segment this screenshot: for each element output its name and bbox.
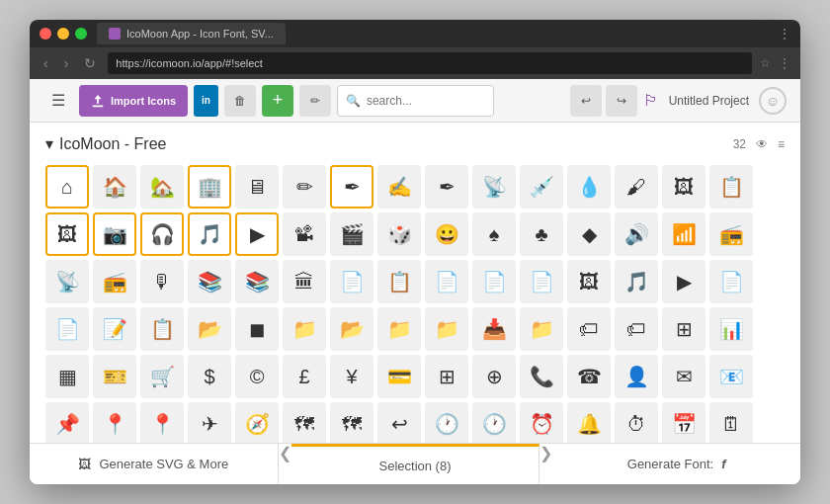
- hamburger-button[interactable]: ☰: [43, 85, 73, 117]
- icon-cell[interactable]: 🖌: [615, 165, 658, 209]
- collapse-chevron[interactable]: ▾: [45, 134, 53, 153]
- menu-icon[interactable]: ⋮: [779, 56, 790, 70]
- icon-cell[interactable]: ¥: [330, 355, 374, 398]
- icon-cell[interactable]: 🗺: [330, 402, 374, 443]
- view-icon[interactable]: 👁: [756, 137, 768, 151]
- icon-cell[interactable]: ✏: [283, 165, 326, 209]
- icon-cell[interactable]: ↩: [377, 402, 421, 443]
- linkedin-button[interactable]: in: [194, 85, 218, 117]
- icon-cell[interactable]: ⌂: [45, 165, 89, 209]
- icon-cell[interactable]: 📌: [45, 402, 89, 443]
- icon-cell[interactable]: 📷: [93, 212, 136, 256]
- icon-cell[interactable]: 🔊: [615, 212, 658, 256]
- icon-cell[interactable]: ✒: [330, 165, 374, 209]
- icon-cell[interactable]: 📋: [709, 165, 753, 209]
- icon-cell[interactable]: 📍: [140, 402, 184, 443]
- icon-cell[interactable]: 📄: [330, 260, 374, 303]
- generate-svg-section[interactable]: 🖼 Generate SVG & More: [30, 444, 279, 484]
- import-button[interactable]: Import Icons: [79, 85, 188, 117]
- icon-cell[interactable]: ©: [235, 355, 279, 398]
- icon-cell[interactable]: ⊕: [472, 355, 516, 398]
- icon-cell[interactable]: 📶: [662, 212, 706, 256]
- icon-cell[interactable]: 📡: [45, 260, 89, 303]
- icon-cell[interactable]: ▶: [662, 260, 706, 303]
- icon-cell[interactable]: ⊞: [662, 307, 706, 351]
- icon-cell[interactable]: 🎙: [140, 260, 184, 303]
- icon-cell[interactable]: 📄: [709, 260, 753, 303]
- icon-cell[interactable]: 📁: [283, 307, 326, 351]
- icon-cell[interactable]: ◼: [235, 307, 279, 351]
- settings-icon[interactable]: ⋮: [779, 27, 790, 41]
- icon-cell[interactable]: 💉: [520, 165, 563, 209]
- icon-cell[interactable]: ◆: [567, 212, 611, 256]
- icon-cell[interactable]: 🏢: [188, 165, 231, 209]
- delete-button[interactable]: 🗑: [224, 85, 256, 117]
- icon-cell[interactable]: 🗓: [709, 402, 753, 443]
- icon-cell[interactable]: 📻: [709, 212, 753, 256]
- icon-cell[interactable]: 📡: [472, 165, 516, 209]
- icon-cell[interactable]: 💧: [567, 165, 611, 209]
- icon-cell[interactable]: 🖼: [662, 165, 706, 209]
- icon-cell[interactable]: 🕐: [472, 402, 516, 443]
- icon-cell[interactable]: 📚: [235, 260, 279, 303]
- icon-cell[interactable]: 📂: [330, 307, 374, 351]
- icon-cell[interactable]: 🖥: [235, 165, 279, 209]
- icon-cell[interactable]: 📝: [93, 307, 136, 351]
- add-button[interactable]: +: [262, 85, 293, 117]
- icon-cell[interactable]: ✒: [425, 165, 468, 209]
- icon-cell[interactable]: ♣: [520, 212, 563, 256]
- icon-cell[interactable]: 📞: [520, 355, 563, 398]
- icon-cell[interactable]: 📊: [709, 307, 753, 351]
- icon-cell[interactable]: 🧭: [235, 402, 279, 443]
- minimize-button[interactable]: [57, 28, 69, 40]
- icon-cell[interactable]: 🏡: [140, 165, 184, 209]
- icon-cell[interactable]: 😀: [425, 212, 468, 256]
- icon-cell[interactable]: 📍: [93, 402, 136, 443]
- icon-cell[interactable]: 📄: [425, 260, 468, 303]
- forward-button[interactable]: ›: [60, 53, 73, 73]
- bookmark-icon[interactable]: ☆: [760, 56, 771, 70]
- icon-cell[interactable]: ⏱: [615, 402, 658, 443]
- icon-cell[interactable]: ⊞: [425, 355, 468, 398]
- icon-cell[interactable]: £: [283, 355, 326, 398]
- icon-cell[interactable]: 📁: [377, 307, 421, 351]
- icon-cell[interactable]: ♠: [472, 212, 516, 256]
- icon-cell[interactable]: 📥: [472, 307, 516, 351]
- undo-button[interactable]: ↩: [570, 85, 602, 117]
- icon-cell[interactable]: 📚: [188, 260, 231, 303]
- icon-cell[interactable]: ☎: [567, 355, 611, 398]
- icon-cell[interactable]: 🔔: [567, 402, 611, 443]
- icon-cell[interactable]: 📋: [377, 260, 421, 303]
- icon-cell[interactable]: 📽: [283, 212, 326, 256]
- icon-cell[interactable]: 🎫: [93, 355, 136, 398]
- icon-cell[interactable]: 🏛: [283, 260, 326, 303]
- icon-cell[interactable]: 📅: [662, 402, 706, 443]
- icon-cell[interactable]: 🏷: [615, 307, 658, 351]
- icon-cell[interactable]: 📂: [188, 307, 231, 351]
- icon-cell[interactable]: ✉: [662, 355, 706, 398]
- icon-cell[interactable]: 🗺: [283, 402, 326, 443]
- selection-chevron-left[interactable]: ❮: [279, 444, 291, 484]
- icon-cell[interactable]: 👤: [615, 355, 658, 398]
- search-input[interactable]: [367, 94, 485, 108]
- maximize-button[interactable]: [75, 28, 87, 40]
- icon-cell[interactable]: 🎵: [188, 212, 231, 256]
- icon-cell[interactable]: 📁: [425, 307, 468, 351]
- icon-cell[interactable]: 🖼: [567, 260, 611, 303]
- icon-cell[interactable]: 🎧: [140, 212, 184, 256]
- close-button[interactable]: [40, 28, 51, 40]
- icon-cell[interactable]: 📧: [709, 355, 753, 398]
- list-view-icon[interactable]: ≡: [778, 137, 785, 151]
- user-avatar[interactable]: ☺: [759, 87, 787, 115]
- icon-cell[interactable]: ▦: [45, 355, 89, 398]
- icon-cell[interactable]: 💳: [377, 355, 421, 398]
- selection-chevron-right[interactable]: ❯: [540, 444, 552, 484]
- icon-cell[interactable]: 📁: [520, 307, 563, 351]
- icon-cell[interactable]: 🏠: [93, 165, 136, 209]
- icon-cell[interactable]: 📄: [45, 307, 89, 351]
- selection-section[interactable]: Selection (8): [291, 444, 540, 484]
- address-input[interactable]: [108, 52, 752, 74]
- icon-cell[interactable]: ⏰: [520, 402, 563, 443]
- icon-cell[interactable]: ✈: [188, 402, 231, 443]
- active-tab[interactable]: IcoMoon App - Icon Font, SV...: [97, 23, 286, 44]
